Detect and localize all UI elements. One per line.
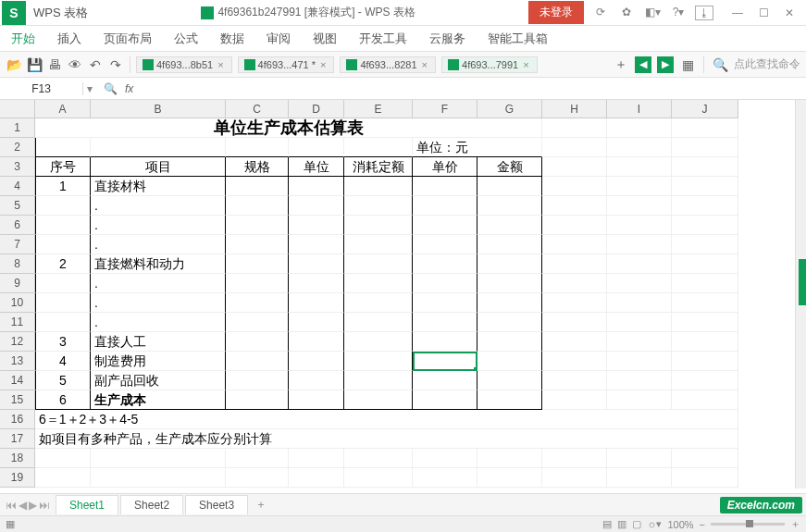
cell[interactable] [542,196,607,216]
cell[interactable] [542,235,607,254]
cell[interactable] [542,352,607,371]
row-header-17[interactable]: 17 [0,429,35,449]
cell[interactable] [477,196,542,216]
note-cell[interactable]: 6＝1＋2＋3＋4-5 [35,410,738,429]
cell[interactable] [413,216,477,235]
cell[interactable] [289,293,344,313]
col-header-G[interactable]: G [477,100,542,118]
cell[interactable]: 生产成本 [91,390,226,410]
cell[interactable]: 4 [35,352,91,371]
zoom-out-button[interactable]: − [700,519,705,530]
row-header-2[interactable]: 2 [0,138,35,157]
menu-数据[interactable]: 数据 [220,31,244,47]
cell[interactable] [344,313,413,332]
col-header-H[interactable]: H [542,100,607,118]
search-icon[interactable]: 🔍 [712,56,728,73]
cell[interactable] [226,274,289,293]
cell[interactable] [226,254,289,274]
col-header-A[interactable]: A [35,100,91,118]
cell[interactable] [477,390,542,410]
sheet-first-icon[interactable]: ⏮ [6,499,17,512]
cell[interactable] [226,468,289,488]
print-preview-icon[interactable]: 👁 [67,56,83,73]
cell[interactable] [607,332,672,352]
menu-公式[interactable]: 公式 [174,31,198,47]
cell[interactable] [672,235,738,254]
cell[interactable] [477,177,542,196]
cell[interactable] [542,216,607,235]
cell[interactable] [607,293,672,313]
cell[interactable] [35,274,91,293]
cell[interactable] [226,293,289,313]
cell[interactable] [672,157,738,177]
row-header-11[interactable]: 11 [0,313,35,332]
cell[interactable] [542,390,607,410]
cell[interactable]: 序号 [35,157,91,177]
row-header-14[interactable]: 14 [0,371,35,390]
cell[interactable] [344,196,413,216]
cell[interactable] [226,390,289,410]
cell[interactable] [672,254,738,274]
menu-智能工具箱[interactable]: 智能工具箱 [488,31,548,47]
cell[interactable] [607,352,672,371]
cell[interactable] [413,313,477,332]
redo-icon[interactable]: ↷ [107,56,124,73]
cell[interactable] [607,468,672,488]
cell[interactable] [413,468,477,488]
cell[interactable]: 项目 [91,157,226,177]
cell[interactable] [344,274,413,293]
cell[interactable] [542,177,607,196]
cell[interactable] [35,293,91,313]
cell[interactable] [542,118,607,138]
cell[interactable] [35,138,91,157]
fx-search-icon[interactable]: 🔍 [104,82,118,95]
name-box[interactable]: F13 [0,82,83,95]
cell[interactable] [413,235,477,254]
skin-icon[interactable]: ◧▾ [643,6,662,20]
cell[interactable] [226,371,289,390]
cell[interactable] [289,468,344,488]
cell[interactable] [672,138,738,157]
title-cell[interactable]: 单位生产成本估算表 [35,118,542,138]
cell[interactable] [91,449,226,468]
cell[interactable] [35,468,91,488]
cell[interactable] [226,177,289,196]
cell[interactable] [672,352,738,371]
col-header-C[interactable]: C [226,100,289,118]
cell[interactable] [344,390,413,410]
cell[interactable]: . [91,196,226,216]
file-tab[interactable]: 4f693...7991× [441,56,538,73]
close-tab-icon[interactable]: × [420,59,429,70]
sheet-tab-Sheet2[interactable]: Sheet2 [120,495,183,514]
cell[interactable] [344,216,413,235]
cell[interactable] [607,138,672,157]
brightness-icon[interactable]: ☼▾ [647,518,662,530]
login-button[interactable]: 未登录 [528,1,584,24]
cell[interactable] [35,313,91,332]
cell[interactable] [477,274,542,293]
cell[interactable] [226,449,289,468]
row-header-5[interactable]: 5 [0,196,35,216]
row-header-6[interactable]: 6 [0,216,35,235]
minimize-button[interactable]: — [728,6,747,19]
cell[interactable] [344,235,413,254]
cell[interactable] [289,449,344,468]
cell[interactable] [672,177,738,196]
open-icon[interactable]: 📂 [6,56,22,73]
cell[interactable] [607,390,672,410]
fill-handle[interactable] [474,367,477,371]
cell[interactable]: 规格 [226,157,289,177]
cell[interactable] [607,157,672,177]
cell[interactable] [413,371,477,390]
note-cell[interactable]: 如项目有多种产品，生产成本应分别计算 [35,429,738,449]
cell[interactable] [477,216,542,235]
menu-插入[interactable]: 插入 [57,31,81,47]
sheet-next-icon[interactable]: ▶ [29,499,37,512]
cell[interactable]: . [91,235,226,254]
row-header-16[interactable]: 16 [0,410,35,429]
settings-icon[interactable]: ✿ [617,6,636,20]
add-sheet-button[interactable]: ＋ [248,497,274,513]
col-header-E[interactable]: E [344,100,413,118]
cell[interactable] [344,468,413,488]
view-break-icon[interactable]: ▢ [632,518,641,530]
